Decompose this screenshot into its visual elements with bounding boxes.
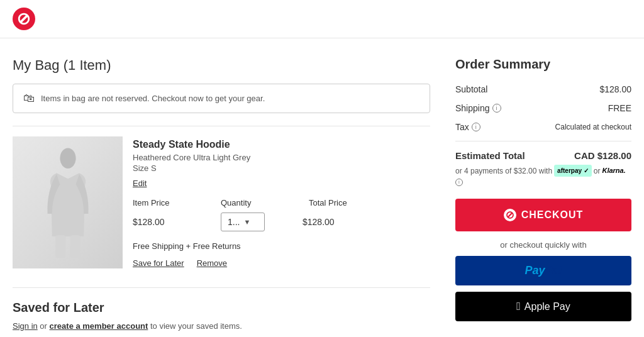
create-account-link[interactable]: create a member account (50, 321, 148, 331)
svg-rect-2 (70, 235, 80, 258)
klarna-badge: Klarna. (602, 165, 625, 176)
shipping-value: FREE (608, 103, 631, 113)
action-links: Save for Later Remove (133, 258, 430, 268)
paypal-button[interactable]: PayPal (455, 256, 631, 285)
paypal-label-pay: Pay (525, 264, 545, 277)
apple-icon:  (516, 300, 521, 313)
total-price-header: Total Price (309, 198, 359, 207)
afterpay-badge: afterpay ✓ (554, 165, 592, 177)
product-image (13, 136, 123, 268)
product-details: Steady State Hoodie Heathered Core Ultra… (133, 136, 430, 268)
saved-for-later-section: Saved for Later Sign in or create a memb… (13, 287, 430, 331)
estimated-total-row: Estimated Total CAD $128.00 (455, 150, 631, 161)
bag-title: My Bag (1 Item) (13, 57, 430, 74)
tax-value: Calculated at checkout (555, 123, 631, 131)
product-row: Steady State Hoodie Heathered Core Ultra… (13, 126, 430, 268)
quantity-header: Quantity (221, 198, 271, 207)
product-size: Size S (133, 163, 430, 173)
saved-for-later-title: Saved for Later (13, 301, 430, 315)
quick-checkout-text: or checkout quickly with (455, 240, 631, 250)
shipping-row: Shipping i FREE (455, 103, 631, 113)
sign-in-link[interactable]: Sign in (13, 321, 38, 331)
product-variant: Heathered Core Ultra Light Grey (133, 153, 430, 162)
edit-link[interactable]: Edit (133, 179, 147, 188)
estimated-total-value: CAD $128.00 (574, 150, 631, 161)
quantity-value: 1... (228, 217, 240, 227)
save-for-later-button[interactable]: Save for Later (133, 258, 184, 268)
shipping-info-icon[interactable]: i (492, 104, 501, 113)
paypal-label-pal: Pal (545, 264, 562, 277)
klarna-info-icon[interactable]: i (455, 179, 463, 186)
bag-icon: 🛍 (23, 92, 35, 105)
pricing-row: $128.00 1... ▼ $128.00 (133, 213, 430, 231)
lululemon-logo[interactable] (13, 8, 35, 30)
tax-label: Tax i (455, 122, 480, 132)
main-content: My Bag (1 Item) 🛍 Items in bag are not r… (0, 38, 644, 337)
item-price-header: Item Price (133, 198, 183, 207)
subtotal-value: $128.00 (599, 84, 631, 94)
subtotal-label: Subtotal (455, 84, 487, 94)
shipping-label: Shipping i (455, 103, 501, 113)
checkout-label: CHECKOUT (521, 209, 584, 221)
svg-rect-1 (55, 235, 65, 258)
total-price-value: $128.00 (303, 217, 353, 227)
summary-divider (455, 141, 631, 141)
notice-banner: 🛍 Items in bag are not reserved. Checkou… (13, 84, 430, 113)
order-summary-title: Order Summary (455, 57, 631, 72)
shipping-info: Free Shipping + Free Returns (133, 241, 430, 251)
subtotal-row: Subtotal $128.00 (455, 84, 631, 94)
item-price-value: $128.00 (133, 217, 183, 227)
installment-text: or 4 payments of $32.00 with afterpay ✓ … (455, 165, 631, 186)
saved-for-later-text: Sign in or create a member account to vi… (13, 321, 430, 331)
left-column: My Bag (1 Item) 🛍 Items in bag are not r… (13, 57, 430, 331)
bag-title-text: My Bag (13, 57, 60, 73)
remove-button[interactable]: Remove (197, 258, 227, 268)
order-summary: Order Summary Subtotal $128.00 Shipping … (455, 57, 631, 331)
notice-text: Items in bag are not reserved. Checkout … (41, 94, 265, 103)
checkout-button[interactable]: CHECKOUT (455, 199, 631, 231)
pricing-header: Item Price Quantity Total Price (133, 198, 430, 207)
applepay-button[interactable]:  Apple Pay (455, 292, 631, 321)
bag-item-count: (1 Item) (64, 57, 111, 73)
quantity-selector[interactable]: 1... ▼ (221, 213, 265, 231)
tax-row: Tax i Calculated at checkout (455, 122, 631, 132)
tax-info-icon[interactable]: i (472, 123, 480, 131)
checkout-logo (504, 209, 516, 221)
quantity-chevron-icon: ▼ (243, 218, 250, 226)
product-name: Steady State Hoodie (133, 139, 430, 150)
header (0, 0, 644, 38)
applepay-label: Apple Pay (525, 301, 570, 312)
svg-point-0 (60, 148, 75, 168)
estimated-total-label: Estimated Total (455, 150, 525, 161)
